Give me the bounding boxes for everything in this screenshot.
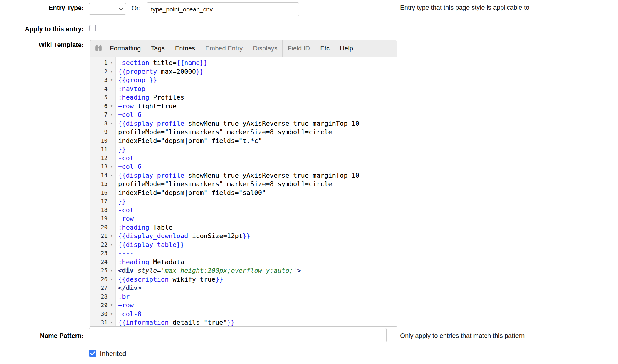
- tab-field-id[interactable]: Field ID: [283, 40, 315, 57]
- search-button[interactable]: [90, 40, 105, 57]
- code-line[interactable]: 20:heading Table: [90, 223, 397, 232]
- line-number: 22: [90, 240, 108, 249]
- code-line[interactable]: 6▾+row tight=true: [90, 102, 397, 111]
- line-number: 24: [90, 258, 108, 267]
- gutter-cell: 6▾: [90, 102, 116, 111]
- code-text: +col-6: [116, 162, 141, 171]
- fold-arrow-icon[interactable]: ▾: [108, 110, 116, 119]
- code-line[interactable]: 1▾+section title={{name}}: [90, 58, 397, 67]
- code-line[interactable]: 18-col: [90, 206, 397, 215]
- code-line[interactable]: 12-col: [90, 154, 397, 163]
- fold-arrow-icon[interactable]: ▾: [108, 318, 116, 327]
- gutter-cell: 14▾: [90, 171, 116, 180]
- code-line[interactable]: 17}}: [90, 197, 397, 206]
- line-number: 5: [90, 93, 108, 102]
- code-text: ----: [116, 249, 134, 258]
- code-line[interactable]: 4:navtop: [90, 85, 397, 93]
- inherited-label: Inherited: [100, 350, 126, 358]
- line-number: 7: [90, 110, 108, 119]
- code-line[interactable]: 19-row: [90, 214, 397, 223]
- gutter-cell: 2▾: [90, 67, 116, 76]
- line-number: 28: [90, 292, 108, 301]
- code-text: :heading Profiles: [116, 93, 184, 102]
- code-text: +row: [116, 301, 134, 310]
- code-line[interactable]: 13▾+col-6: [90, 162, 397, 171]
- entry-type-input[interactable]: [147, 2, 299, 16]
- gutter-cell: 27: [90, 284, 116, 292]
- code-line[interactable]: 11}}: [90, 145, 397, 154]
- code-line[interactable]: 2▾{{property max=20000}}: [90, 67, 397, 76]
- code-text: +col-6: [116, 110, 141, 119]
- line-number: 4: [90, 85, 108, 93]
- wiki-template-editor[interactable]: FormattingTagsEntriesEmbed EntryDisplays…: [90, 40, 397, 327]
- code-line[interactable]: 10indexField="depsm|prdm" fields="t.*c": [90, 136, 397, 145]
- code-editor-area[interactable]: 1▾+section title={{name}}2▾{{property ma…: [90, 57, 397, 327]
- gutter-cell: 4: [90, 85, 116, 93]
- apply-to-entry-label: Apply to this entry:: [0, 25, 84, 33]
- code-line[interactable]: 22▾{{display_table}}: [90, 240, 397, 249]
- fold-arrow-icon[interactable]: ▾: [108, 67, 116, 76]
- fold-arrow-icon[interactable]: ▾: [108, 171, 116, 180]
- fold-spacer: [108, 154, 116, 163]
- code-text: :navtop: [116, 85, 145, 93]
- fold-spacer: [108, 258, 116, 267]
- tab-tags[interactable]: Tags: [146, 40, 170, 57]
- code-line[interactable]: 14▾{{display_profile showMenu=true yAxis…: [90, 171, 397, 180]
- gutter-cell: 15: [90, 180, 116, 188]
- line-number: 30: [90, 310, 108, 318]
- fold-spacer: [108, 292, 116, 301]
- tab-displays[interactable]: Displays: [248, 40, 283, 57]
- code-line[interactable]: 3▾{{group }}: [90, 76, 397, 85]
- tab-help[interactable]: Help: [335, 40, 358, 57]
- code-line[interactable]: 5:heading Profiles: [90, 93, 397, 102]
- tab-embed-entry[interactable]: Embed Entry: [200, 40, 248, 57]
- code-line[interactable]: 8▾{{display_profile showMenu=true yAxisR…: [90, 119, 397, 128]
- fold-spacer: [108, 223, 116, 232]
- fold-arrow-icon[interactable]: ▾: [108, 232, 116, 240]
- gutter-cell: 16: [90, 188, 116, 197]
- tab-etc[interactable]: Etc: [315, 40, 335, 57]
- tab-entries[interactable]: Entries: [170, 40, 200, 57]
- line-number: 6: [90, 102, 108, 111]
- gutter-cell: 25▾: [90, 266, 116, 275]
- code-line[interactable]: 24:heading Metadata: [90, 258, 397, 267]
- code-line[interactable]: 23----: [90, 249, 397, 258]
- code-text: {{description wikify=true}}: [116, 275, 223, 284]
- code-line[interactable]: 27</div>: [90, 284, 397, 292]
- code-line[interactable]: 31▾{{information details="true"}}: [90, 318, 397, 327]
- gutter-cell: 22▾: [90, 240, 116, 249]
- code-text: }}: [116, 197, 126, 206]
- tab-formatting[interactable]: Formatting: [105, 40, 146, 57]
- code-line[interactable]: 30▾+col-8: [90, 310, 397, 318]
- code-line[interactable]: 26▾{{description wikify=true}}: [90, 275, 397, 284]
- code-line[interactable]: 16indexField="depsm|prdm" fields="sal00": [90, 188, 397, 197]
- fold-arrow-icon[interactable]: ▾: [108, 162, 116, 171]
- code-text: +col-8: [116, 310, 141, 318]
- apply-to-entry-checkbox[interactable]: [89, 25, 96, 31]
- code-line[interactable]: 29▾+row: [90, 301, 397, 310]
- line-number: 8: [90, 119, 108, 128]
- code-line[interactable]: 21▾{{display_download iconSize=12pt}}: [90, 232, 397, 240]
- code-line[interactable]: 25▾<div style='max-height:200px;overflow…: [90, 266, 397, 275]
- fold-arrow-icon[interactable]: ▾: [108, 266, 116, 275]
- name-pattern-input[interactable]: [89, 328, 387, 342]
- inherited-checkbox[interactable]: [89, 350, 96, 357]
- fold-arrow-icon[interactable]: ▾: [108, 240, 116, 249]
- fold-arrow-icon[interactable]: ▾: [108, 58, 116, 67]
- fold-spacer: [108, 128, 116, 136]
- fold-arrow-icon[interactable]: ▾: [108, 301, 116, 310]
- fold-arrow-icon[interactable]: ▾: [108, 119, 116, 128]
- gutter-cell: 29▾: [90, 301, 116, 310]
- code-line[interactable]: 7▾+col-6: [90, 110, 397, 119]
- fold-arrow-icon[interactable]: ▾: [108, 102, 116, 111]
- fold-arrow-icon[interactable]: ▾: [108, 76, 116, 85]
- code-text: :heading Metadata: [116, 258, 184, 267]
- fold-arrow-icon[interactable]: ▾: [108, 310, 116, 318]
- entry-type-select[interactable]: [89, 3, 126, 15]
- code-text: profileMode="lines+markers" markerSize=8…: [116, 128, 332, 136]
- code-line[interactable]: 9profileMode="lines+markers" markerSize=…: [90, 128, 397, 136]
- line-number: 27: [90, 284, 108, 292]
- fold-arrow-icon[interactable]: ▾: [108, 275, 116, 284]
- code-line[interactable]: 15profileMode="lines+markers" markerSize…: [90, 180, 397, 188]
- code-line[interactable]: 28:br: [90, 292, 397, 301]
